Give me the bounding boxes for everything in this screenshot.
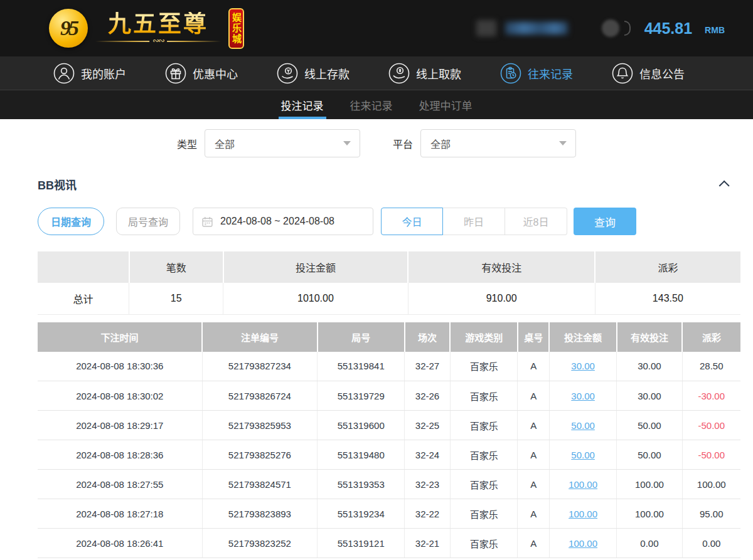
tab-label: 往来记录 — [350, 97, 393, 113]
col-header-table-id: 桌号 — [518, 322, 549, 352]
search-button[interactable]: 查询 — [574, 208, 636, 235]
type-select[interactable]: 全部 — [205, 129, 360, 157]
logo-title: 九五至尊 — [108, 12, 208, 38]
balance-amount: 445.81 — [644, 19, 692, 38]
platform-select-value: 全部 — [430, 136, 451, 151]
bet-amount-link[interactable]: 100.00 — [569, 538, 597, 549]
bet-amount-link[interactable]: 100.00 — [569, 479, 597, 490]
table-row: 2024-08-08 18:26:41 521793823252 5513191… — [38, 529, 740, 558]
nav-item-transaction-records[interactable]: 往来记录 — [500, 63, 573, 84]
table-row: 2024-08-08 18:27:55 521793824571 5513193… — [38, 470, 740, 499]
today-button[interactable]: 今日 — [381, 208, 443, 235]
cell-table-id: A — [518, 470, 549, 499]
cell-session: 32-27 — [405, 352, 451, 381]
date-range-value: 2024-08-08 ~ 2024-08-08 — [220, 216, 334, 227]
nav-label: 线上存款 — [304, 65, 350, 82]
cell-table-id: A — [518, 499, 549, 529]
summary-total-bet-amount: 1010.00 — [223, 283, 409, 314]
round-query-button[interactable]: 局号查询 — [116, 208, 180, 235]
calendar-icon — [202, 216, 213, 227]
summary-header-empty — [38, 251, 129, 283]
cell-session: 32-21 — [405, 529, 451, 558]
col-header-session: 场次 — [405, 322, 451, 352]
type-filter-label: 类型 — [177, 136, 197, 151]
cell-bet-amount: 50.00 — [549, 440, 617, 470]
user-avatar-blurred[interactable] — [476, 20, 496, 36]
cell-table-id: A — [518, 529, 549, 558]
type-filter-group: 类型 全部 — [177, 129, 360, 157]
table-row: 2024-08-08 18:27:18 521793823893 5513192… — [38, 499, 740, 529]
summary-total-label: 总计 — [38, 283, 129, 314]
nav-item-promotions[interactable]: 优惠中心 — [165, 63, 238, 84]
summary-table: 笔数 投注金额 有效投注 派彩 总计 15 1010.00 910.00 143… — [38, 251, 740, 315]
user-info-area: 445.81 RMB — [476, 19, 725, 38]
cell-bet-time: 2024-08-08 18:28:36 — [38, 440, 202, 470]
nav-label: 信息公告 — [639, 65, 685, 82]
cell-order-id: 521793825953 — [202, 411, 318, 440]
cell-session: 32-23 — [405, 470, 451, 499]
deposit-icon — [277, 63, 298, 84]
nav-label: 线上取款 — [416, 65, 461, 82]
platform-select[interactable]: 全部 — [420, 129, 576, 157]
query-toolbar: 日期查询 局号查询 2024-08-08 ~ 2024-08-08 今日 昨日 … — [38, 208, 753, 235]
logo-text-block: 九五至尊 ∾∾ — [95, 12, 221, 45]
cell-order-id: 521793825276 — [202, 440, 318, 470]
tab-pending-orders[interactable]: 处理中订单 — [418, 90, 474, 119]
logo-95-icon: 95 — [49, 9, 88, 48]
cell-bet-time: 2024-08-08 18:26:41 — [38, 529, 202, 558]
cell-valid-bet: 50.00 — [617, 440, 682, 470]
nav-item-announcements[interactable]: 信息公告 — [612, 63, 685, 84]
tab-transaction-records[interactable]: 往来记录 — [349, 90, 394, 119]
records-icon — [500, 63, 521, 84]
user-icon — [53, 63, 75, 84]
site-logo[interactable]: 95 九五至尊 ∾∾ 娱乐城 — [49, 8, 244, 49]
cell-bet-amount: 100.00 — [549, 470, 617, 499]
cell-order-id: 521793827234 — [202, 352, 318, 381]
table-body: 2024-08-08 18:30:36 521793827234 5513198… — [38, 352, 740, 558]
bet-amount-link[interactable]: 100.00 — [569, 509, 597, 519]
chevron-down-icon — [343, 141, 351, 145]
cell-payout: 100.00 — [682, 470, 740, 499]
section-title: BB视讯 — [38, 176, 77, 193]
last-8-days-button[interactable]: 近8日 — [505, 208, 567, 235]
balance-currency: RMB — [705, 21, 725, 35]
cell-table-id: A — [518, 440, 549, 470]
quick-range-group: 今日 昨日 近8日 — [381, 208, 567, 235]
chevron-down-icon — [559, 141, 567, 145]
cell-bet-time: 2024-08-08 18:30:02 — [38, 381, 202, 411]
cell-valid-bet: 30.00 — [617, 352, 682, 381]
cell-valid-bet: 30.00 — [617, 381, 682, 411]
col-header-payout: 派彩 — [682, 322, 740, 352]
bet-amount-link[interactable]: 50.00 — [571, 420, 595, 431]
bell-icon — [612, 63, 633, 84]
bet-amount-link[interactable]: 30.00 — [571, 361, 595, 371]
cell-round-id: 551319480 — [318, 440, 405, 470]
collapse-chevron-up-icon[interactable] — [719, 181, 730, 191]
withdraw-icon — [388, 63, 410, 84]
platform-filter-group: 平台 全部 — [393, 129, 576, 157]
wallet-arc-decoration — [624, 21, 631, 36]
bet-amount-link[interactable]: 50.00 — [571, 450, 595, 460]
cell-session: 32-22 — [405, 499, 451, 529]
tab-betting-records[interactable]: 投注记录 — [280, 90, 325, 119]
username-blurred[interactable] — [505, 22, 568, 34]
cell-round-id: 551319841 — [318, 352, 405, 381]
bet-amount-link[interactable]: 30.00 — [571, 391, 595, 401]
date-query-button[interactable]: 日期查询 — [38, 208, 104, 235]
yesterday-button[interactable]: 昨日 — [443, 208, 505, 235]
nav-item-my-account[interactable]: 我的账户 — [53, 63, 126, 84]
nav-item-deposit[interactable]: 线上存款 — [277, 63, 350, 84]
cell-payout: -30.00 — [682, 381, 740, 411]
cell-round-id: 551319353 — [318, 470, 405, 499]
nav-item-withdraw[interactable]: 线上取款 — [388, 63, 461, 84]
cell-table-id: A — [518, 352, 549, 381]
date-range-input[interactable]: 2024-08-08 ~ 2024-08-08 — [193, 208, 373, 235]
table-row: 2024-08-08 18:30:02 521793826724 5513197… — [38, 381, 740, 411]
nav-label: 优惠中心 — [193, 65, 238, 82]
cell-valid-bet: 100.00 — [617, 499, 682, 529]
table-header-row: 下注时间 注单编号 局号 场次 游戏类别 桌号 投注金额 有效投注 派彩 — [38, 322, 740, 352]
summary-total-row: 总计 15 1010.00 910.00 143.50 — [38, 283, 740, 314]
nav-label: 我的账户 — [81, 65, 126, 82]
cell-table-id: A — [518, 381, 549, 411]
col-header-order-id: 注单编号 — [202, 322, 318, 352]
